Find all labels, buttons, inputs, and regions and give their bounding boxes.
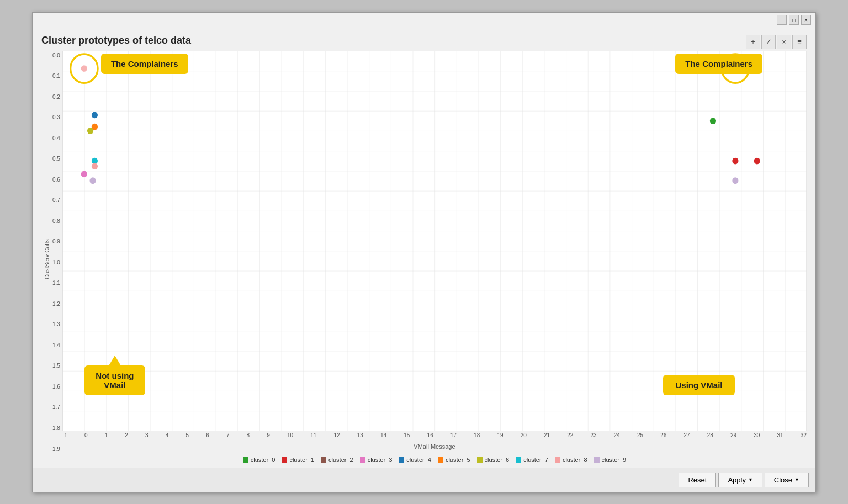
plot-container: The Complainers The Complainers Not usin… [62,51,807,468]
apply-button[interactable]: Apply ▼ [718,473,762,487]
chart-area: CustServ Calls 1.9 1.8 1.7 1.6 1.5 1.4 1… [41,51,807,468]
legend-cluster8: cluster_8 [555,457,587,463]
title-bar-buttons: − □ × [777,15,811,25]
content-area: Cluster prototypes of telco data + ✓ × ≡… [33,28,815,468]
legend-cluster6: cluster_6 [477,457,510,463]
y-axis-label: CustServ Calls [41,51,52,468]
legend-dot-6 [477,457,483,463]
close-window-button[interactable]: × [801,15,811,25]
legend-label-1: cluster_1 [289,457,314,463]
chart-title: Cluster prototypes of telco data [41,35,807,46]
close-arrow-icon: ▼ [794,477,799,482]
legend-cluster1: cluster_1 [282,457,314,463]
using-vmail-callout: Using VMail [663,375,735,395]
complainers-right-callout: The Complainers [675,54,762,74]
title-bar: − □ × [33,13,815,28]
legend-dot-5 [438,457,443,463]
legend-dot-2 [321,457,326,463]
svg-point-11 [92,163,98,169]
svg-point-5 [81,65,87,72]
maximize-button[interactable]: □ [789,15,799,25]
menu-icon[interactable]: ≡ [792,35,807,49]
legend-cluster0: cluster_0 [243,457,275,463]
x-axis-label: VMail Message [62,442,807,453]
check-icon[interactable]: ✓ [761,35,776,49]
legend-label-7: cluster_7 [523,457,548,463]
legend-cluster7: cluster_7 [516,457,548,463]
main-window: − □ × Cluster prototypes of telco data +… [32,12,816,492]
legend-label-0: cluster_0 [251,457,275,463]
legend-label-3: cluster_3 [368,457,393,463]
svg-point-7 [92,112,98,118]
toolbar-icons: + ✓ × ≡ [746,35,807,49]
legend-dot-4 [399,457,404,463]
legend-dot-0 [243,457,248,463]
legend-cluster9: cluster_9 [594,457,627,463]
legend-dot-8 [555,457,560,463]
svg-rect-1 [62,51,807,431]
legend-dot-9 [594,457,600,463]
legend-cluster5: cluster_5 [438,457,470,463]
footer-bar: Reset Apply ▼ Close ▼ [33,468,815,492]
svg-point-9 [87,127,93,134]
legend-label-2: cluster_2 [328,457,353,463]
legend-dot-7 [516,457,521,463]
svg-point-15 [732,177,738,184]
legend-label-6: cluster_6 [485,457,510,463]
legend-label-9: cluster_9 [602,457,627,463]
svg-point-2 [710,118,716,124]
x-ticks: -1 0 1 2 3 4 5 6 7 8 9 10 11 12 13 14 15 [62,431,807,442]
not-using-vmail-callout: Not usingVMail [84,365,145,395]
complainers-left-callout: The Complainers [101,54,188,74]
reset-button[interactable]: Reset [679,473,716,487]
legend-cluster4: cluster_4 [399,457,431,463]
legend-dot-1 [282,457,287,463]
legend-label-8: cluster_8 [563,457,587,463]
legend-label-5: cluster_5 [446,457,470,463]
cross-icon[interactable]: × [777,35,791,49]
legend-dot-3 [360,457,365,463]
y-ticks: 1.9 1.8 1.7 1.6 1.5 1.4 1.3 1.2 1.1 1.0 … [52,51,62,468]
chart-svg [62,51,807,431]
minimize-button[interactable]: − [777,15,787,25]
add-icon[interactable]: + [746,35,760,49]
legend-cluster2: cluster_2 [321,457,353,463]
apply-arrow-icon: ▼ [748,477,753,482]
close-button[interactable]: Close ▼ [765,473,809,487]
svg-point-6 [81,171,87,177]
svg-point-3 [732,157,738,164]
legend-label-4: cluster_4 [406,457,431,463]
legend-area: cluster_0 cluster_1 cluster_2 cluster_3 [62,453,807,468]
svg-point-16 [754,157,760,164]
plot-svg-area: The Complainers The Complainers Not usin… [62,51,807,431]
svg-point-12 [89,177,96,184]
legend-cluster3: cluster_3 [360,457,393,463]
